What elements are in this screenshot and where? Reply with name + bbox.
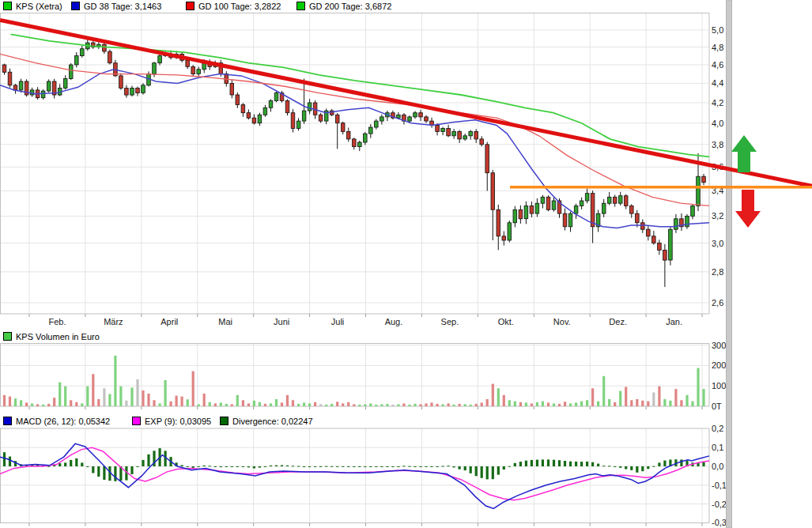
svg-text:4,0: 4,0 — [712, 119, 723, 128]
legend-item-gd100: GD 100 Tage: 3,2822 — [186, 1, 281, 11]
svg-text:3,2: 3,2 — [712, 211, 723, 221]
svg-text:300: 300 — [712, 341, 726, 350]
legend-label: KPS Volumen in Euro — [16, 332, 100, 341]
down-arrow-icon — [735, 190, 761, 228]
svg-text:0,2: 0,2 — [712, 424, 723, 433]
macd-line — [0, 443, 709, 508]
grid — [0, 13, 709, 526]
svg-text:-0,1: -0,1 — [712, 481, 727, 490]
exp-line — [0, 447, 709, 500]
svg-text:-0,2: -0,2 — [712, 500, 727, 509]
vertical-scrollbar[interactable] — [727, 0, 732, 528]
up-arrow-icon — [731, 135, 757, 172]
svg-text:0T: 0T — [712, 402, 722, 411]
volume-swatch-icon — [3, 332, 12, 341]
svg-text:0,1: 0,1 — [712, 443, 723, 452]
legend-label: MACD (26, 12): 0,05342 — [16, 417, 110, 426]
svg-text:Juli: Juli — [331, 317, 345, 326]
svg-text:-0,3: -0,3 — [712, 518, 727, 527]
svg-text:Aug.: Aug. — [385, 317, 403, 326]
legend-label: GD 200 Tage: 3,6872 — [309, 2, 391, 11]
gd100-line — [0, 54, 709, 206]
macd-y-axis: 0,20,10,0-0,1-0,2-0,3 — [712, 424, 727, 527]
legend-item-exp: EXP (9): 0,03095 — [132, 416, 211, 426]
svg-text:Mai: Mai — [218, 317, 232, 326]
svg-text:2,8: 2,8 — [712, 267, 723, 277]
legend-item-divergence: Divergence: 0,02247 — [220, 416, 313, 426]
panel-frames — [0, 13, 709, 523]
legend-label: GD 100 Tage: 3,2822 — [198, 2, 281, 11]
svg-text:200: 200 — [712, 360, 726, 370]
legend-item-volume: KPS Volumen in Euro — [3, 331, 100, 341]
macd-swatch-icon — [3, 417, 12, 425]
legend-label: GD 38 Tage: 3,1463 — [84, 2, 161, 11]
svg-text:0,0: 0,0 — [712, 462, 723, 471]
svg-text:4,6: 4,6 — [712, 60, 723, 70]
gd38-swatch-icon — [71, 2, 80, 10]
svg-text:3,8: 3,8 — [712, 140, 723, 149]
legend-item-gd38: GD 38 Tage: 3,1463 — [71, 1, 161, 11]
legend-label: EXP (9): 0,03095 — [145, 417, 211, 426]
legend-item-kps: KPS (Xetra) — [3, 1, 62, 11]
svg-text:3,0: 3,0 — [712, 239, 723, 248]
legend-label: KPS (Xetra) — [16, 2, 62, 11]
svg-text:Dez.: Dez. — [609, 317, 627, 326]
divergence-swatch-icon — [220, 417, 228, 425]
svg-text:April: April — [161, 317, 178, 326]
svg-text:Okt.: Okt. — [498, 317, 514, 326]
stock-chart-page: { "window": {"width": 1027, "height": 66… — [0, 0, 812, 528]
svg-text:4,2: 4,2 — [712, 98, 723, 107]
legend-item-gd200: GD 200 Tage: 3,6872 — [296, 1, 391, 11]
exp-swatch-icon — [132, 417, 141, 425]
svg-text:4,4: 4,4 — [712, 78, 723, 88]
gd100-swatch-icon — [186, 2, 195, 10]
legend-label: Divergence: 0,02247 — [232, 417, 313, 426]
volume-bars — [3, 356, 705, 406]
stock-chart-svg: 5,04,84,64,44,24,03,83,63,43,23,02,82,63… — [0, 0, 812, 528]
svg-text:Nov.: Nov. — [553, 317, 571, 326]
kps-swatch-icon — [3, 2, 12, 10]
svg-text:5,0: 5,0 — [712, 25, 723, 35]
svg-text:4,8: 4,8 — [712, 43, 723, 52]
svg-text:März: März — [104, 317, 123, 326]
svg-text:Juni: Juni — [274, 317, 289, 326]
legend-item-macd: MACD (26, 12): 0,05342 — [3, 416, 110, 426]
svg-text:Sep.: Sep. — [441, 317, 459, 326]
svg-text:Jan.: Jan. — [666, 317, 682, 326]
svg-text:100: 100 — [712, 381, 726, 390]
svg-text:Feb.: Feb. — [48, 317, 66, 326]
macd-histogram — [3, 448, 705, 481]
svg-text:2,6: 2,6 — [712, 298, 723, 307]
month-x-axis: Feb.MärzAprilMaiJuniJuliAug.Sep.Okt.Nov.… — [48, 317, 682, 326]
volume-y-axis: 3002001000T — [712, 341, 726, 411]
gd200-swatch-icon — [296, 2, 305, 10]
